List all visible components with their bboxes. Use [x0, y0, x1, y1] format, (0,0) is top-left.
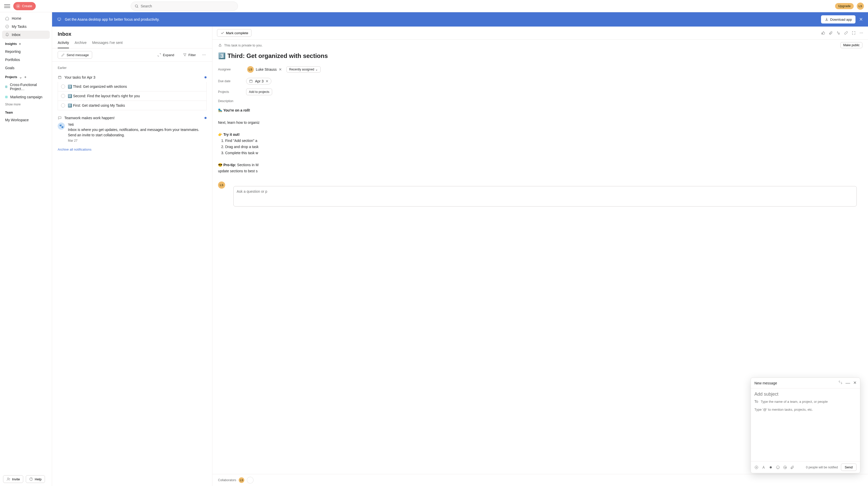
message-body-input[interactable] — [751, 405, 860, 461]
privacy-text: This task is private to you. — [224, 43, 262, 47]
sidebar-item-label: Home — [12, 17, 21, 21]
create-button[interactable]: + Create — [13, 2, 36, 10]
invite-button[interactable]: Invite — [3, 475, 23, 483]
yeti-avatar: 🐾 — [58, 123, 65, 130]
make-public-button[interactable]: Make public — [840, 42, 862, 48]
menu-toggle[interactable] — [4, 3, 10, 9]
sidebar-item-goals[interactable]: Goals — [2, 64, 50, 72]
svg-rect-14 — [219, 45, 221, 46]
sidebar-item-inbox[interactable]: Inbox — [2, 31, 50, 39]
fullscreen-icon[interactable] — [852, 31, 856, 35]
emoji-icon[interactable] — [776, 465, 780, 469]
sidebar-section-team[interactable]: Team — [2, 108, 50, 116]
task-row[interactable]: 2️⃣ Second: Find the layout that's right… — [58, 91, 207, 101]
plus-icon: + — [16, 4, 21, 8]
sidebar-item-project[interactable]: Marketing campaign — [2, 93, 50, 101]
user-plus-icon — [6, 477, 10, 481]
comment-input[interactable]: Ask a question or p — [233, 186, 857, 206]
mention-icon[interactable] — [783, 465, 787, 469]
upgrade-button[interactable]: Upgrade — [835, 3, 854, 9]
assignee-chip[interactable]: LS Luke Strauss ✕ — [246, 65, 284, 74]
plus-icon[interactable]: + — [19, 42, 21, 46]
record-icon[interactable] — [769, 465, 773, 469]
send-message-button[interactable]: Send message — [58, 51, 92, 59]
message-to-input[interactable] — [761, 400, 857, 403]
sidebar-item-project[interactable]: Cross-Functional Project… — [2, 80, 50, 93]
expand-popup-icon[interactable] — [838, 380, 842, 384]
show-more-link[interactable]: Show more — [2, 101, 50, 108]
task-row[interactable]: 1️⃣ First: Get started using My Tasks — [58, 101, 207, 110]
attachment-icon[interactable] — [829, 31, 833, 35]
topbar: + Create Search Upgrade LS — [0, 0, 868, 12]
more-icon[interactable] — [202, 53, 207, 57]
sidebar-section-projects[interactable]: Projects ⌄ + — [2, 72, 50, 80]
sidebar-item-home[interactable]: Home — [2, 14, 50, 23]
notification-header[interactable]: Teamwork makes work happen! — [58, 116, 207, 120]
message-subject-input[interactable] — [751, 388, 860, 398]
archive-all-link[interactable]: Archive all notifications — [58, 148, 91, 151]
chevron-down-icon[interactable]: ⌄ — [19, 75, 22, 79]
plus-icon[interactable]: + — [24, 75, 26, 79]
task-title[interactable]: 3️⃣ Third: Get organized with sections — [212, 51, 868, 63]
task-description[interactable]: 🛼 You're on a roll! Next, learn how to o… — [212, 105, 868, 177]
sidebar-item-mytasks[interactable]: My Tasks — [2, 23, 50, 31]
sidebar-item-portfolios[interactable]: Portfolios — [2, 56, 50, 64]
sidebar-item-workspace[interactable]: My Workspace — [2, 116, 50, 124]
subtask-icon[interactable] — [836, 31, 840, 35]
due-date-chip[interactable]: Apr 3 ✕ — [246, 78, 271, 85]
svg-point-20 — [784, 467, 785, 468]
minimize-popup-button[interactable]: — — [845, 380, 850, 386]
clear-date-button[interactable]: ✕ — [266, 79, 269, 83]
svg-point-8 — [204, 55, 204, 55]
home-icon — [5, 17, 9, 21]
like-icon[interactable] — [821, 31, 825, 35]
user-avatar[interactable]: LS — [857, 3, 864, 10]
page-title: Inbox — [58, 31, 207, 37]
yeti-name: Yeti — [68, 123, 207, 127]
link-icon[interactable] — [844, 31, 848, 35]
project-color-swatch — [5, 96, 8, 98]
collaborator-avatar[interactable]: LS — [239, 477, 244, 483]
format-icon[interactable] — [762, 465, 766, 469]
complete-checkbox[interactable] — [61, 85, 65, 89]
search-icon — [134, 4, 138, 8]
complete-checkbox[interactable] — [61, 103, 65, 107]
sidebar-item-reporting[interactable]: Reporting — [2, 47, 50, 56]
plus-icon[interactable] — [754, 465, 758, 469]
filter-button[interactable]: Filter — [180, 51, 199, 59]
sidebar-section-insights[interactable]: Insights + — [2, 39, 50, 47]
help-icon — [29, 477, 33, 481]
svg-point-17 — [770, 466, 772, 468]
attach-icon[interactable] — [790, 465, 794, 469]
tab-messages-sent[interactable]: Messages I've sent — [92, 41, 123, 48]
tab-activity[interactable]: Activity — [58, 41, 69, 48]
complete-checkbox[interactable] — [61, 94, 65, 98]
svg-point-9 — [205, 55, 206, 55]
help-button[interactable]: Help — [26, 475, 45, 483]
send-button[interactable]: Send — [841, 463, 857, 471]
download-app-button[interactable]: Download app — [821, 15, 856, 24]
download-icon — [825, 18, 829, 22]
tab-archive[interactable]: Archive — [74, 41, 87, 48]
close-banner-button[interactable]: ✕ — [859, 17, 863, 22]
close-popup-button[interactable]: ✕ — [853, 380, 857, 386]
create-label: Create — [22, 4, 32, 8]
duedate-field: Due date Apr 3 ✕ — [212, 76, 868, 87]
sidebar: Home My Tasks Inbox Insights + Reporting… — [0, 12, 52, 486]
mark-complete-button[interactable]: Mark complete — [217, 29, 251, 37]
task-group-header[interactable]: Your tasks for Apr 3 — [58, 75, 207, 79]
svg-point-0 — [135, 5, 137, 7]
task-row[interactable]: 3️⃣ Third: Get organized with sections — [58, 82, 207, 91]
check-circle-icon — [5, 25, 9, 29]
more-icon[interactable] — [859, 31, 863, 35]
search-input[interactable]: Search — [131, 2, 238, 11]
remove-assignee-button[interactable]: ✕ — [279, 67, 282, 71]
sidebar-item-label: Inbox — [12, 33, 21, 37]
yeti-message: 🐾 Yeti Inbox is where you get updates, n… — [58, 123, 207, 142]
projects-field: Projects Add to projects — [212, 87, 868, 97]
add-to-projects-button[interactable]: Add to projects — [246, 89, 272, 95]
expand-button[interactable]: Expand — [154, 51, 177, 59]
recently-assigned-dropdown[interactable]: Recently assigned ⌄ — [286, 66, 321, 72]
collaborators-bar: Collaborators LS — [212, 474, 868, 486]
add-collaborator-button[interactable] — [247, 477, 253, 483]
